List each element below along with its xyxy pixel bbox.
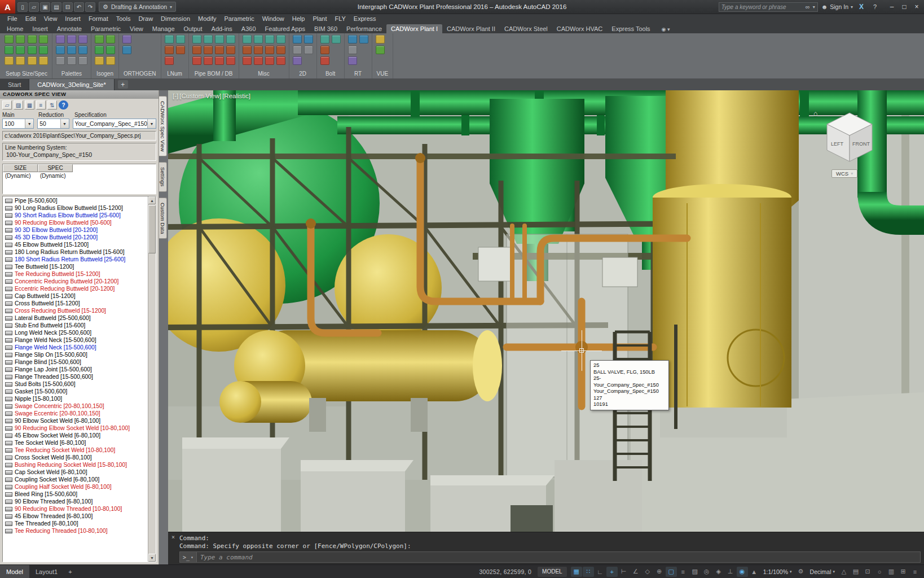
- infer-constraints-icon[interactable]: ∟: [595, 567, 606, 577]
- tree-item[interactable]: Stub End Buttweld [15-600]: [3, 322, 147, 329]
- ribbon-tool-icon[interactable]: [204, 46, 213, 54]
- tree-item[interactable]: Flange Weld Neck [15-500,600]: [3, 344, 147, 351]
- object-snap-tracking-icon[interactable]: ⊕: [654, 567, 665, 577]
- ribbon-tool-icon[interactable]: [332, 35, 341, 43]
- ortho-mode-icon[interactable]: ⊢: [618, 567, 630, 577]
- side-tab-custom-data[interactable]: Custom Data: [159, 198, 167, 239]
- ribbon-group-label[interactable]: VUE: [376, 70, 390, 78]
- new-file-icon[interactable]: ▯: [17, 2, 28, 12]
- table-row[interactable]: (Dynamic) (Dynamic): [3, 172, 156, 179]
- lineweight-icon[interactable]: ≡: [677, 567, 689, 577]
- document-tab-cadworx-3deling-site[interactable]: CADWorx_3Deling_Site*: [29, 79, 114, 90]
- ribbon-tool-icon[interactable]: [226, 56, 235, 65]
- polar-tracking-icon[interactable]: ∠: [630, 567, 641, 577]
- isolate-objects-icon[interactable]: ○: [874, 567, 885, 577]
- tree-item[interactable]: Tee Reducing Threaded [10-80,100]: [3, 527, 147, 535]
- tree-item[interactable]: Cap Buttweld [15-1200]: [3, 292, 147, 300]
- ribbon-tool-icon[interactable]: [204, 56, 213, 65]
- ribbon-group-label[interactable]: Setup Size/Spec: [5, 70, 49, 78]
- viewport-menu-control[interactable]: [-]: [173, 93, 178, 99]
- units-button[interactable]: Decimal ▾: [807, 568, 838, 575]
- ribbon-tab-manage[interactable]: Manage: [148, 24, 179, 33]
- help-icon[interactable]: ?: [870, 2, 880, 12]
- workspace-switcher[interactable]: ⚙ Drafting & Annotation ▾: [99, 2, 176, 12]
- ribbon-tool-icon[interactable]: [293, 46, 302, 54]
- menu-file[interactable]: File: [3, 14, 21, 23]
- ribbon-tool-icon[interactable]: [78, 46, 87, 54]
- ribbon-tool-icon[interactable]: [39, 35, 48, 43]
- menu-parametric[interactable]: Parametric: [220, 14, 258, 23]
- ribbon-tab-cadworx-steel[interactable]: CADWorx Steel: [500, 24, 552, 33]
- transparency-icon[interactable]: ▨: [689, 567, 701, 577]
- layout-tab-layout1[interactable]: Layout1: [29, 565, 64, 578]
- search-icon[interactable]: ∞: [803, 3, 813, 10]
- ribbon-tool-icon[interactable]: [226, 46, 235, 54]
- scrollbar-thumb[interactable]: [148, 205, 156, 253]
- menu-draw[interactable]: Draw: [134, 14, 157, 23]
- scroll-down-icon[interactable]: ▼: [148, 554, 156, 562]
- command-input[interactable]: [197, 554, 920, 561]
- tree-item[interactable]: Tee Buttweld [15-1200]: [3, 263, 147, 270]
- autoscale-icon[interactable]: ▲: [749, 567, 760, 577]
- ribbon-tool-icon[interactable]: [122, 46, 131, 54]
- ribbon-tab-a360[interactable]: A360: [237, 24, 261, 33]
- tree-item[interactable]: Tee Reducing Socket Weld [10-80,100]: [3, 446, 147, 454]
- tree-item[interactable]: Tee Reducing Buttweld [15-1200]: [3, 270, 147, 278]
- specification-dropdown[interactable]: Your_Company_Spec_#150 ▼: [73, 119, 156, 129]
- ribbon-tool-icon[interactable]: [78, 56, 87, 65]
- grid-icon[interactable]: ▦: [571, 567, 582, 577]
- ribbon-tab-cadworx-hvac[interactable]: CADWorx HVAC: [552, 24, 608, 33]
- selection-cycling-icon[interactable]: ◎: [701, 567, 712, 577]
- new-layout-button[interactable]: +: [64, 568, 76, 575]
- menu-edit[interactable]: Edit: [21, 14, 40, 23]
- ribbon-tool-icon[interactable]: [5, 56, 14, 65]
- command-prompt-icon[interactable]: >_ ▾: [180, 552, 197, 562]
- ribbon-tool-icon[interactable]: [254, 56, 263, 65]
- ribbon-tool-icon[interactable]: [28, 56, 37, 65]
- ribbon-tool-icon[interactable]: [106, 56, 115, 65]
- table-view-icon[interactable]: ▦: [25, 100, 34, 110]
- tree-item[interactable]: Eccentric Reducing Buttweld [20-1200]: [3, 285, 147, 292]
- menu-tools[interactable]: Tools: [112, 14, 135, 23]
- tree-item[interactable]: Concentric Reducing Buttweld [20-1200]: [3, 278, 147, 285]
- tree-item[interactable]: Stud Bolts [15-500,600]: [3, 380, 147, 388]
- tree-item[interactable]: Lateral Buttweld [25-500,600]: [3, 314, 147, 322]
- dynamic-ucs-icon[interactable]: ⊥: [725, 567, 736, 577]
- ribbon-tool-icon[interactable]: [204, 35, 213, 43]
- viewport-3d-scene[interactable]: [168, 90, 924, 564]
- spec-column-header[interactable]: SPEC: [38, 164, 73, 172]
- workspace-switching-icon[interactable]: ⚙: [795, 567, 807, 577]
- ribbon-tool-icon[interactable]: [28, 46, 37, 54]
- ribbon-tab-bim-360[interactable]: BIM 360: [310, 24, 342, 33]
- wcs-dropdown[interactable]: WCS ▾: [831, 169, 857, 178]
- ribbon-tool-icon[interactable]: [95, 35, 104, 43]
- model-viewport[interactable]: [-][Custom View][Realistic] ⌂ LEFT FRONT…: [168, 90, 924, 564]
- save-as-icon[interactable]: ▤: [51, 2, 61, 12]
- minimize-button[interactable]: –: [886, 1, 898, 12]
- tree-item[interactable]: 90 Reducing Elbow Buttweld [50-600]: [3, 219, 147, 226]
- size-column-header[interactable]: SIZE: [3, 164, 38, 172]
- autocad-application-menu[interactable]: A: [0, 0, 15, 14]
- ribbon-tool-icon[interactable]: [67, 46, 76, 54]
- ribbon-tool-icon[interactable]: [254, 35, 263, 43]
- reduction-size-dropdown[interactable]: 50 ▼: [37, 119, 69, 129]
- model-space-button[interactable]: MODEL: [538, 567, 567, 577]
- maximize-button[interactable]: □: [898, 1, 910, 12]
- customize-icon[interactable]: ≡: [909, 567, 921, 577]
- menu-plant[interactable]: Plant: [309, 14, 331, 23]
- ribbon-tool-icon[interactable]: [215, 46, 224, 54]
- tree-item[interactable]: Tee Socket Weld [6-80,100]: [3, 439, 147, 446]
- chevron-down-icon[interactable]: ▼: [25, 119, 33, 128]
- new-drawing-button[interactable]: +: [118, 80, 128, 89]
- side-tab-cadworx-spec-view[interactable]: CADWorx Spec View: [159, 96, 167, 156]
- ribbon-group-label[interactable]: Misc: [243, 70, 285, 78]
- ribbon-tool-icon[interactable]: [265, 46, 274, 54]
- save-icon[interactable]: ▣: [40, 2, 50, 12]
- chevron-down-icon[interactable]: ▼: [60, 119, 69, 128]
- tree-item[interactable]: Flange Lap Joint [15-500,600]: [3, 366, 147, 373]
- open-spec-icon[interactable]: ▨: [14, 100, 23, 110]
- ribbon-tool-icon[interactable]: [39, 56, 48, 65]
- tree-item[interactable]: 90 Elbow Threaded [6-80,100]: [3, 498, 147, 505]
- ribbon-tool-icon[interactable]: [348, 56, 357, 65]
- layout-tab-model[interactable]: Model: [0, 565, 29, 578]
